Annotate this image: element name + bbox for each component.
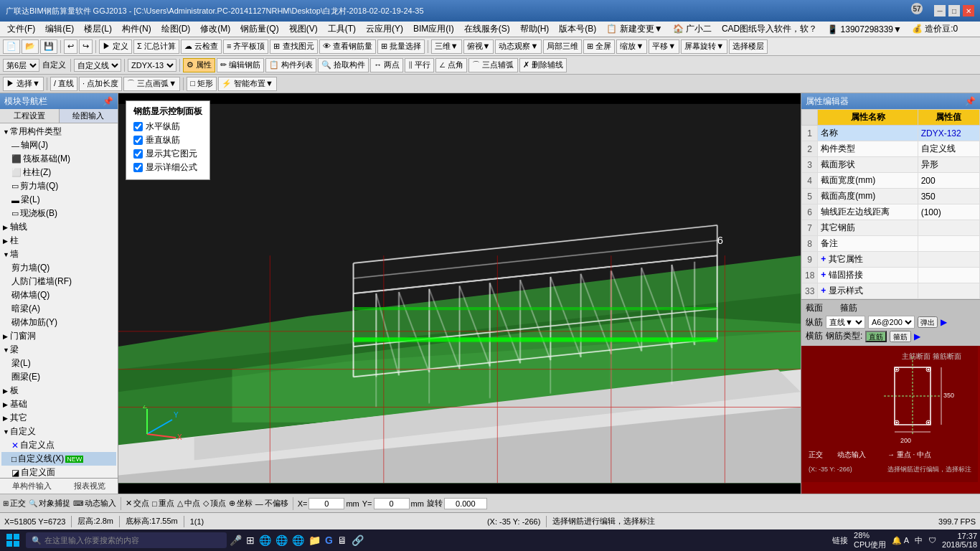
tb-fullscreen-btn[interactable]: ⊞ 全屏 xyxy=(583,39,615,54)
tree-beam-L[interactable]: 梁(L) xyxy=(1,357,116,370)
tree-custom-point[interactable]: ✕ 自定义点 xyxy=(1,438,116,452)
tb-undo-btn[interactable]: ↩ xyxy=(64,39,77,54)
tb-topview-btn[interactable]: 俯视▼ xyxy=(463,39,494,54)
tb-summary-btn[interactable]: Σ 汇总计算 xyxy=(133,39,179,54)
long-rebar-type-select[interactable]: 直线▼ xyxy=(826,316,865,329)
prop-expand-anchor[interactable]: + 锚固搭接 xyxy=(818,268,918,283)
project-settings-btn[interactable]: 工程设置 xyxy=(0,109,60,123)
tb-find-btn[interactable]: ⊞ 查找图元 xyxy=(270,39,317,54)
prop-pin-icon[interactable]: 📌 xyxy=(965,96,976,106)
tb-cloud-check-btn[interactable]: ☁ 云检查 xyxy=(181,39,222,54)
tb-save-btn[interactable]: 💾 xyxy=(40,39,57,54)
tree-beam-common[interactable]: ▬ 梁(L) xyxy=(1,193,116,207)
tree-beam[interactable]: ▼ 梁 xyxy=(1,343,116,357)
check-horiz-rebar[interactable]: 水平纵筋 xyxy=(133,121,202,133)
taskbar-edge-icon[interactable]: 🌐 xyxy=(292,534,304,546)
check-show-formula[interactable]: 显示详细公式 xyxy=(133,161,202,174)
stirrup-btn[interactable]: 箍筋 xyxy=(890,331,911,342)
menu-tools[interactable]: 工具(T) xyxy=(324,22,360,36)
prop-val-7[interactable] xyxy=(918,220,979,236)
tb-new-btn[interactable]: 📄 xyxy=(3,39,20,54)
prop-expand-style[interactable]: + 显示样式 xyxy=(818,283,918,299)
taskbar-link-icon[interactable]: 🔗 xyxy=(352,534,364,546)
menu-bim[interactable]: BIM应用(I) xyxy=(409,22,458,36)
straight-rebar-btn[interactable]: 直筋 xyxy=(865,331,887,342)
snap-endpoint[interactable]: □ 重点 xyxy=(152,498,174,509)
snap-vertex[interactable]: ◇ 顶点 xyxy=(203,498,226,509)
taskbar-folder-icon[interactable]: 📁 xyxy=(308,534,321,546)
tb-point-length-btn[interactable]: · 点加长度 xyxy=(79,77,122,91)
tb-pick-part-btn[interactable]: 🔍 拾取构件 xyxy=(318,58,369,72)
menu-version[interactable]: 版本号(B) xyxy=(555,22,600,36)
snap-midpoint[interactable]: △ 中点 xyxy=(177,498,200,509)
tree-axis[interactable]: ▶ 轴线 xyxy=(1,220,116,234)
y-input[interactable] xyxy=(374,498,410,509)
tb-zoom-btn[interactable]: 缩放▼ xyxy=(616,39,647,54)
single-part-btn[interactable]: 单构件输入 xyxy=(9,480,55,492)
line-type-select[interactable]: 自定义线 xyxy=(74,59,121,72)
menu-phone[interactable]: 📱 13907298339▼ xyxy=(823,24,906,35)
tree-common-parts[interactable]: ▼ 常用构件类型 xyxy=(1,125,116,138)
taskbar-start-btn[interactable] xyxy=(3,530,23,550)
prop-val-8[interactable] xyxy=(918,236,979,252)
tb-rect-btn[interactable]: □ 矩形 xyxy=(187,77,217,91)
tb-point-angle-btn[interactable]: ∠ 点角 xyxy=(435,58,467,72)
tree-shear-wall[interactable]: 剪力墙(Q) xyxy=(1,261,116,275)
snap-coord[interactable]: ⊕ 坐标 xyxy=(229,498,253,509)
tree-raft-found[interactable]: ⬛ 筏板基础(M) xyxy=(1,152,116,166)
check-vert-rebar[interactable]: 垂直纵筋 xyxy=(133,134,202,146)
long-rebar-popup-btn[interactable]: 弹出 xyxy=(918,316,938,328)
rotate-input[interactable] xyxy=(444,498,487,509)
taskbar-ie2-icon[interactable]: 🌐 xyxy=(275,534,288,546)
tb-line-btn[interactable]: / 直线 xyxy=(50,77,77,91)
menu-online[interactable]: 在线服务(S) xyxy=(460,22,514,36)
taskbar-task-view-icon[interactable]: ⊞ xyxy=(246,534,255,546)
tb-batch-select-btn[interactable]: ⊞ 批量选择 xyxy=(377,39,425,54)
check-show-formula-input[interactable] xyxy=(133,163,143,172)
tree-column[interactable]: ⬜ 柱柱(Z) xyxy=(1,166,116,179)
tb-two-point-btn[interactable]: ↔ 两点 xyxy=(370,58,403,72)
tb-open-btn[interactable]: 📂 xyxy=(22,39,39,54)
nav-pin-icon[interactable]: 📌 xyxy=(103,96,113,106)
snap-no-offset[interactable]: — 不偏移 xyxy=(255,498,288,509)
menu-coins[interactable]: 💰 造价豆:0 xyxy=(908,22,962,36)
prop-val-4[interactable]: 200 xyxy=(918,173,979,189)
tb-align-btn[interactable]: ≡ 齐平板顶 xyxy=(223,39,268,54)
tree-wall[interactable]: ▼ 墙 xyxy=(1,248,116,261)
tree-masonry-wall[interactable]: 砌体墙(Q) xyxy=(1,288,116,302)
tb-select-btn[interactable]: ▶ 选择▼ xyxy=(3,77,44,91)
snap-dynamic[interactable]: ⌨ 动态输入 xyxy=(73,498,116,509)
snap-ortho[interactable]: ⊞ 正交 xyxy=(3,498,26,509)
taskbar-ime-icon[interactable]: 中 xyxy=(915,535,923,546)
tb-pan-btn[interactable]: 平移▼ xyxy=(649,39,679,54)
tree-foundation[interactable]: ▶ 基础 xyxy=(1,397,116,411)
tb-property-btn[interactable]: ⚙ 属性 xyxy=(183,58,215,72)
tb-part-list-btn[interactable]: 📋 构件列表 xyxy=(265,58,316,72)
tree-custom-face[interactable]: ◪ 自定义面 xyxy=(1,466,116,478)
prop-val-6[interactable]: (100) xyxy=(918,204,979,220)
taskbar-app-icon[interactable]: 🖥 xyxy=(337,534,347,546)
snap-intersect[interactable]: ✕ 交点 xyxy=(126,498,149,509)
tb-select-floor-btn[interactable]: 选择楼层 xyxy=(729,39,768,54)
tree-axis-net[interactable]: — 轴网(J) xyxy=(1,138,116,152)
menu-edit[interactable]: 编辑(E) xyxy=(41,22,78,36)
menu-logo[interactable]: 🏠 广小二 xyxy=(669,22,716,36)
tb-smart-btn[interactable]: ⚡ 智能布置▼ xyxy=(218,77,277,91)
menu-cad-import[interactable]: CAD图纸导入软件，软？ xyxy=(717,22,821,36)
menu-modify[interactable]: 修改(M) xyxy=(196,22,235,36)
prop-val-3[interactable]: 异形 xyxy=(918,157,979,173)
win-restore-btn[interactable]: □ xyxy=(948,5,960,17)
tree-dark-beam[interactable]: 暗梁(A) xyxy=(1,302,116,316)
win-minimize-btn[interactable]: ─ xyxy=(934,5,946,17)
prop-expand-other[interactable]: + 其它属性 xyxy=(818,252,918,268)
tree-custom[interactable]: ▼ 自定义 xyxy=(1,425,116,438)
tree-shear-wall-common[interactable]: ▭ 剪力墙(Q) xyxy=(1,179,116,193)
tree-anti-bomb-wall[interactable]: 人防门槛墙(RF) xyxy=(1,275,116,288)
menu-file[interactable]: 文件(F) xyxy=(3,22,39,36)
menu-help[interactable]: 帮助(H) xyxy=(516,22,554,36)
win-close-btn[interactable]: ✕ xyxy=(963,5,974,17)
tb-3d-btn[interactable]: 三维▼ xyxy=(431,39,462,54)
taskbar-antivirus-icon[interactable]: 🛡 xyxy=(928,536,936,545)
tree-other[interactable]: ▶ 其它 xyxy=(1,411,116,425)
x-input[interactable] xyxy=(308,498,344,509)
